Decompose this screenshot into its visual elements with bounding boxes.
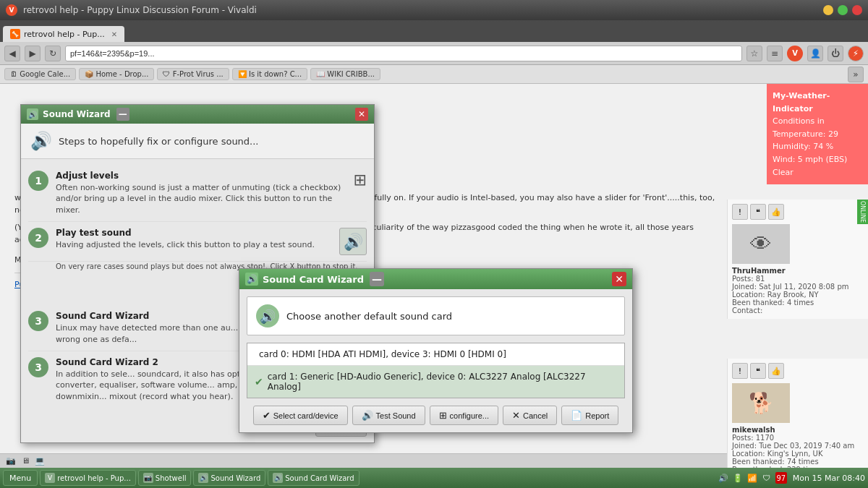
tray-number-icon[interactable]: 97 bbox=[775, 472, 787, 484]
user-location-mikewalsh: Location: King's Lynn, UK bbox=[732, 450, 864, 458]
scw-card-list: card 0: HDMI [HDA ATI HDMI], device 3: H… bbox=[247, 343, 625, 398]
configure-icon: ⊞ bbox=[439, 410, 447, 421]
start-menu-button[interactable]: Menu bbox=[3, 470, 38, 486]
step-2-action: 🔊 bbox=[339, 228, 367, 255]
user-joined-mikewalsh: Joined: Tue Dec 03, 2019 7:40 am bbox=[732, 442, 864, 450]
close-button[interactable] bbox=[852, 5, 862, 15]
weather-title: My-Weather-Indicator bbox=[773, 90, 862, 115]
user-joined-thruhammer: Joined: Sat Jul 11, 2020 8:08 pm bbox=[732, 283, 864, 291]
url-input[interactable] bbox=[65, 46, 742, 61]
soundwizard-taskbar-icon: 🔊 bbox=[198, 473, 208, 483]
user-posts-mikewalsh: Posts: 1170 bbox=[732, 434, 864, 442]
taskbar-soundcard-label: Sound Card Wizard bbox=[285, 474, 354, 482]
step-3a-number: 3 bbox=[28, 311, 48, 331]
tray-volume-icon[interactable]: 🔊 bbox=[718, 472, 729, 484]
bookmark-google-label: 🗓 Google Cale... bbox=[10, 70, 70, 78]
url-bar: ◀ ▶ ↻ ☆ ≡ V 👤 ⏻ ⚡ bbox=[0, 42, 868, 65]
card-1-label: card 1: Generic [HD-Audio Generic], devi… bbox=[268, 372, 617, 392]
step-2-number: 2 bbox=[28, 228, 48, 248]
mixer-icon[interactable]: ⊞ bbox=[354, 171, 367, 189]
weather-conditions: Conditions in bbox=[773, 115, 862, 128]
sound-wizard-header-text: Steps to hopefully fix or configure soun… bbox=[59, 136, 259, 147]
card-list-item-1[interactable]: ✔ card 1: Generic [HD-Audio Generic], de… bbox=[247, 366, 624, 398]
cancel-button[interactable]: ✕ Cancel bbox=[503, 406, 557, 425]
test-sound-button[interactable]: 🔊 Test Sound bbox=[352, 406, 425, 425]
back-button[interactable]: ◀ bbox=[4, 46, 20, 61]
scw-header-icon: 🔊 bbox=[256, 304, 279, 328]
scw-header: 🔊 Choose another default sound card bbox=[247, 296, 625, 335]
sound-wizard-header: 🔊 Steps to hopefully fix or configure so… bbox=[21, 124, 374, 159]
play-sound-button[interactable]: 🔊 bbox=[339, 228, 367, 255]
tab-favicon: 🦴 bbox=[10, 29, 20, 39]
taskbar-shotwell-label: Shotwell bbox=[156, 474, 187, 482]
scw-minimize-button[interactable]: — bbox=[370, 272, 384, 286]
bookmark-fprot[interactable]: 🛡 F-Prot Virus ... bbox=[157, 68, 229, 80]
user-avatar-thruhammer: 👁 bbox=[732, 224, 790, 264]
browser-tab[interactable]: 🦴 retrovol help - Pup... ✕ bbox=[3, 26, 124, 42]
test-icon: 🔊 bbox=[362, 410, 373, 421]
taskbar-item-vivaldi[interactable]: V retrovol help - Pup... bbox=[40, 470, 136, 486]
status-icons: 📷 🖥 💻 bbox=[6, 456, 45, 466]
select-label: Select card/device bbox=[273, 411, 339, 420]
select-card-button[interactable]: ✔ Select card/device bbox=[253, 406, 348, 425]
tray-battery-icon[interactable]: 🔋 bbox=[732, 472, 744, 484]
forward-button[interactable]: ▶ bbox=[25, 46, 41, 61]
power-button[interactable]: ⏻ bbox=[827, 46, 843, 61]
configure-button[interactable]: ⊞ configure... bbox=[430, 406, 498, 425]
taskbar-soundwizard-label: Sound Wizard bbox=[210, 474, 260, 482]
weather-humidity: Humidity: 74 % bbox=[773, 140, 862, 153]
browser-title: retrovol help - Puppy Linux Discussion F… bbox=[23, 5, 257, 15]
user-location-thruhammer: Location: Ray Brook, NY bbox=[732, 291, 864, 299]
tray-wifi-icon[interactable]: 📶 bbox=[746, 472, 758, 484]
soundcard-taskbar-icon: 🔊 bbox=[273, 473, 283, 483]
taskbar-item-soundwizard[interactable]: 🔊 Sound Wizard bbox=[193, 470, 265, 486]
extensions-button[interactable]: ⚡ bbox=[848, 46, 864, 61]
maximize-button[interactable] bbox=[838, 5, 848, 15]
like-button-2[interactable]: 👍 bbox=[768, 363, 784, 379]
start-label: Menu bbox=[9, 474, 31, 483]
online-badge: ONLINE bbox=[857, 200, 868, 224]
scw-close-button[interactable]: ✕ bbox=[612, 272, 626, 286]
scw-buttons: ✔ Select card/device 🔊 Test Sound ⊞ conf… bbox=[239, 398, 632, 432]
bookmark-button[interactable]: ☆ bbox=[746, 46, 762, 61]
sound-wizard-titlebar: 🔊 Sound Wizard — ✕ bbox=[21, 105, 374, 124]
bookmark-wiki[interactable]: 📖 WIKI CRIBB... bbox=[310, 68, 380, 80]
camera-status-icon: 📷 bbox=[6, 456, 16, 466]
quote-button[interactable]: ! bbox=[732, 204, 748, 220]
report-icon: 📄 bbox=[571, 410, 582, 421]
tray-shield-icon[interactable]: 🛡 bbox=[761, 472, 773, 484]
vivaldi-icon: V bbox=[787, 46, 803, 61]
user-thanked-mikewalsh: Been thanked: 74 times bbox=[732, 458, 864, 466]
card-list-item-0[interactable]: card 0: HDMI [HDA ATI HDMI], device 3: H… bbox=[247, 343, 624, 366]
more-bookmarks-button[interactable]: » bbox=[848, 67, 864, 82]
username-mikewalsh: mikewalsh bbox=[732, 426, 864, 434]
taskbar-item-soundcard[interactable]: 🔊 Sound Card Wizard bbox=[268, 470, 359, 486]
user-thanked-thruhammer: Been thanked: 4 times bbox=[732, 299, 864, 307]
tab-close-button[interactable]: ✕ bbox=[111, 30, 117, 38]
cite-button-2[interactable]: ❝ bbox=[750, 363, 766, 379]
user-account-button[interactable]: 👤 bbox=[807, 46, 823, 61]
bookmark-google[interactable]: 🗓 Google Cale... bbox=[4, 68, 76, 80]
bookmark-isdown[interactable]: 🔽 Is it down? C... bbox=[232, 68, 307, 80]
test-label: Test Sound bbox=[376, 411, 416, 420]
user-posts-thruhammer: Posts: 81 bbox=[732, 275, 864, 283]
taskbar-item-shotwell[interactable]: 📷 Shotwell bbox=[138, 470, 192, 486]
report-button[interactable]: 📄 Report bbox=[561, 406, 618, 425]
cancel-icon: ✕ bbox=[512, 410, 520, 421]
card-0-label: card 0: HDMI [HDA ATI HDMI], device 3: H… bbox=[259, 349, 506, 359]
browser-content: My-Weather-Indicator Conditions in Tempe… bbox=[0, 84, 868, 488]
sound-wizard-title-icon: 🔊 bbox=[27, 108, 38, 120]
quote-button-2[interactable]: ! bbox=[732, 363, 748, 379]
bookmark-fprot-label: 🛡 F-Prot Virus ... bbox=[163, 70, 223, 78]
monitor-status-icon: 🖥 bbox=[20, 456, 30, 466]
taskbar-vivaldi-label: retrovol help - Pup... bbox=[57, 474, 131, 482]
like-button[interactable]: 👍 bbox=[768, 204, 784, 220]
bookmark-home[interactable]: 📦 Home - Drop... bbox=[79, 68, 154, 80]
sound-wizard-minimize[interactable]: — bbox=[116, 108, 129, 121]
vivaldi-menu[interactable]: ≡ bbox=[767, 46, 783, 61]
bookmark-isdown-label: 🔽 Is it down? C... bbox=[238, 70, 302, 78]
refresh-button[interactable]: ↻ bbox=[45, 46, 61, 61]
cite-button[interactable]: ❝ bbox=[750, 204, 766, 220]
sound-wizard-close[interactable]: ✕ bbox=[355, 108, 368, 121]
minimize-button[interactable] bbox=[823, 5, 833, 15]
